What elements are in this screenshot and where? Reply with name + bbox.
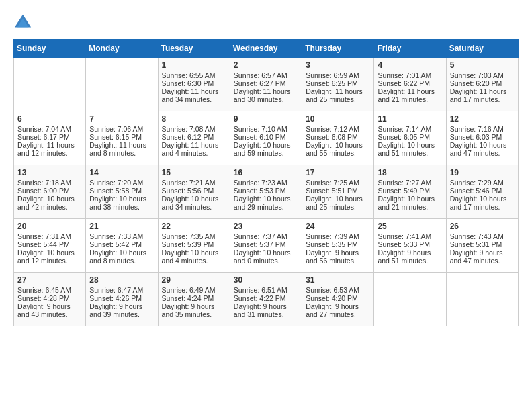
cell-line: Daylight: 10 hours [89, 195, 154, 203]
day-number: 28 [89, 275, 154, 285]
cell-line: and 31 minutes. [234, 310, 298, 318]
cell-line: Sunset: 6:05 PM [378, 133, 442, 141]
calendar-cell: 25Sunrise: 7:41 AMSunset: 5:33 PMDayligh… [374, 219, 446, 273]
calendar-body: 1Sunrise: 6:55 AMSunset: 6:30 PMDaylight… [14, 58, 519, 326]
calendar-cell: 26Sunrise: 7:43 AMSunset: 5:31 PMDayligh… [446, 219, 518, 273]
logo [13, 13, 35, 32]
calendar-cell [374, 273, 446, 326]
cell-line: Sunset: 4:26 PM [89, 294, 154, 302]
cell-line: and 4 minutes. [162, 149, 226, 157]
calendar-cell: 24Sunrise: 7:39 AMSunset: 5:35 PMDayligh… [302, 219, 374, 273]
cell-line: and 0 minutes. [234, 257, 298, 265]
day-number: 17 [306, 168, 370, 177]
cell-line: Daylight: 9 hours [234, 302, 298, 310]
calendar-cell: 22Sunrise: 7:35 AMSunset: 5:39 PMDayligh… [158, 219, 230, 273]
calendar-cell: 5Sunrise: 7:03 AMSunset: 6:20 PMDaylight… [446, 58, 518, 111]
calendar-cell: 31Sunrise: 6:53 AMSunset: 4:20 PMDayligh… [302, 273, 374, 326]
cell-line: Daylight: 10 hours [450, 141, 515, 149]
cell-line: Sunrise: 7:21 AM [162, 179, 226, 187]
cell-line: Sunrise: 7:41 AM [378, 232, 442, 240]
calendar-header: SundayMondayTuesdayWednesdayThursdayFrid… [14, 40, 519, 58]
cell-line: Daylight: 10 hours [234, 248, 298, 257]
weekday-header: Saturday [446, 40, 518, 58]
cell-line: and 56 minutes. [306, 257, 370, 265]
cell-line: Sunrise: 7:18 AM [17, 179, 82, 187]
calendar-cell: 11Sunrise: 7:14 AMSunset: 6:05 PMDayligh… [374, 111, 446, 165]
cell-line: Sunrise: 7:16 AM [450, 125, 515, 133]
calendar-week-row: 1Sunrise: 6:55 AMSunset: 6:30 PMDaylight… [14, 58, 519, 111]
day-number: 11 [378, 114, 442, 124]
day-number: 5 [450, 60, 515, 70]
cell-line: Sunrise: 7:10 AM [234, 125, 298, 133]
cell-line: and 4 minutes. [162, 257, 226, 265]
cell-line: Sunrise: 7:12 AM [306, 125, 370, 133]
cell-line: and 51 minutes. [378, 257, 442, 265]
calendar-cell: 6Sunrise: 7:04 AMSunset: 6:17 PMDaylight… [14, 111, 86, 165]
calendar-week-row: 13Sunrise: 7:18 AMSunset: 6:00 PMDayligh… [14, 165, 519, 219]
cell-line: Sunrise: 6:47 AM [89, 286, 154, 294]
calendar-cell: 23Sunrise: 7:37 AMSunset: 5:37 PMDayligh… [230, 219, 302, 273]
cell-line: Sunset: 5:56 PM [162, 187, 226, 195]
logo-icon [13, 13, 32, 32]
cell-line: Sunset: 6:27 PM [234, 79, 298, 87]
cell-line: and 12 minutes. [17, 149, 82, 157]
cell-line: Daylight: 11 hours [89, 141, 154, 149]
cell-line: and 27 minutes. [306, 310, 370, 318]
cell-line: and 59 minutes. [234, 149, 298, 157]
cell-line: Sunset: 6:15 PM [89, 133, 154, 141]
calendar-cell: 17Sunrise: 7:25 AMSunset: 5:51 PMDayligh… [302, 165, 374, 219]
cell-line: and 55 minutes. [306, 149, 370, 157]
cell-line: Sunset: 5:35 PM [306, 240, 370, 248]
calendar-cell [446, 273, 518, 326]
day-number: 9 [234, 114, 298, 124]
day-number: 3 [306, 60, 370, 70]
cell-line: Sunset: 5:49 PM [378, 187, 442, 195]
cell-line: Sunset: 6:30 PM [162, 79, 226, 87]
weekday-header: Friday [374, 40, 446, 58]
cell-line: Daylight: 10 hours [306, 195, 370, 203]
cell-line: Daylight: 11 hours [378, 87, 442, 95]
cell-line: Daylight: 11 hours [450, 87, 515, 95]
day-number: 1 [162, 60, 226, 70]
cell-line: and 8 minutes. [89, 257, 154, 265]
cell-line: Daylight: 10 hours [162, 195, 226, 203]
cell-line: Daylight: 10 hours [162, 248, 226, 257]
calendar-table: SundayMondayTuesdayWednesdayThursdayFrid… [13, 39, 519, 326]
day-number: 21 [89, 222, 154, 231]
cell-line: Daylight: 10 hours [234, 141, 298, 149]
cell-line: Sunrise: 7:08 AM [162, 125, 226, 133]
weekday-header: Tuesday [158, 40, 230, 58]
cell-line: Sunset: 5:51 PM [306, 187, 370, 195]
cell-line: Sunset: 4:24 PM [162, 294, 226, 302]
cell-line: and 8 minutes. [89, 149, 154, 157]
cell-line: Sunset: 5:46 PM [450, 187, 515, 195]
cell-line: and 29 minutes. [234, 203, 298, 211]
calendar-cell: 14Sunrise: 7:20 AMSunset: 5:58 PMDayligh… [86, 165, 158, 219]
calendar-cell: 13Sunrise: 7:18 AMSunset: 6:00 PMDayligh… [14, 165, 86, 219]
cell-line: Sunrise: 6:53 AM [306, 286, 370, 294]
day-number: 8 [162, 114, 226, 124]
cell-line: Sunset: 6:12 PM [162, 133, 226, 141]
calendar-cell: 27Sunrise: 6:45 AMSunset: 4:28 PMDayligh… [14, 273, 86, 326]
cell-line: Sunrise: 6:45 AM [17, 286, 82, 294]
calendar-cell: 15Sunrise: 7:21 AMSunset: 5:56 PMDayligh… [158, 165, 230, 219]
cell-line: Sunrise: 7:14 AM [378, 125, 442, 133]
cell-line: Sunset: 5:58 PM [89, 187, 154, 195]
day-number: 4 [378, 60, 442, 70]
cell-line: Daylight: 10 hours [17, 195, 82, 203]
day-number: 30 [234, 275, 298, 285]
cell-line: and 34 minutes. [162, 95, 226, 103]
weekday-header: Thursday [302, 40, 374, 58]
cell-line: Sunrise: 6:55 AM [162, 71, 226, 79]
cell-line: Sunset: 5:31 PM [450, 240, 515, 248]
cell-line: Sunset: 4:28 PM [17, 294, 82, 302]
day-number: 27 [17, 275, 82, 285]
cell-line: Daylight: 11 hours [306, 87, 370, 95]
cell-line: Sunrise: 7:39 AM [306, 232, 370, 240]
page-header [13, 13, 519, 32]
day-number: 15 [162, 168, 226, 177]
cell-line: Sunrise: 7:37 AM [234, 232, 298, 240]
day-number: 22 [162, 222, 226, 231]
day-number: 6 [17, 114, 82, 124]
cell-line: and 12 minutes. [17, 257, 82, 265]
